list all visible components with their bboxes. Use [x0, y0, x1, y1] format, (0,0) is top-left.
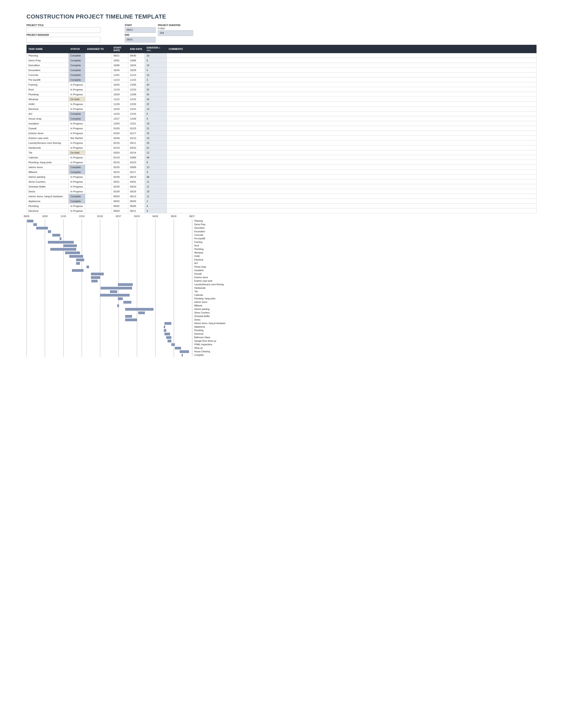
- cell-assigned[interactable]: [85, 111, 112, 116]
- cell-comments[interactable]: [167, 150, 537, 155]
- cell-comments[interactable]: [167, 199, 537, 204]
- cell-duration[interactable]: 6: [145, 111, 167, 116]
- cell-end[interactable]: 10/06: [128, 58, 145, 63]
- cell-start[interactable]: 01/03: [112, 126, 128, 131]
- cell-assigned[interactable]: [85, 174, 112, 179]
- cell-status[interactable]: Not Started: [69, 136, 85, 141]
- cell-end[interactable]: 03/11: [128, 141, 145, 145]
- cell-comments[interactable]: [167, 77, 537, 82]
- cell-start[interactable]: 01/18: [112, 155, 128, 160]
- cell-start[interactable]: 02/28: [112, 184, 128, 189]
- cell-start[interactable]: 12/03: [112, 121, 128, 126]
- cell-assigned[interactable]: [85, 199, 112, 204]
- cell-duration[interactable]: 42: [145, 82, 167, 87]
- cell-status[interactable]: Complete: [69, 170, 85, 174]
- cell-status[interactable]: Complete: [69, 116, 85, 121]
- cell-status[interactable]: In Progress: [69, 121, 85, 126]
- cell-duration[interactable]: 3: [145, 77, 167, 82]
- cell-assigned[interactable]: [85, 179, 112, 184]
- cell-status[interactable]: In Progress: [69, 155, 85, 160]
- cell-task-name[interactable]: Laundry/furnace room flooring: [27, 141, 69, 145]
- cell-end[interactable]: 12/15: [128, 97, 145, 102]
- cell-end[interactable]: 02/14: [128, 150, 145, 155]
- cell-duration[interactable]: 46: [145, 174, 167, 179]
- cell-assigned[interactable]: [85, 92, 112, 97]
- cell-start[interactable]: 10/25: [112, 82, 128, 87]
- cell-end[interactable]: 11/13: [128, 73, 145, 77]
- cell-comments[interactable]: [167, 63, 537, 68]
- cell-end[interactable]: 03/10: [128, 184, 145, 189]
- end-value[interactable]: 06/01: [125, 37, 156, 43]
- cell-status[interactable]: In Progress: [69, 184, 85, 189]
- cell-start[interactable]: 11/01: [112, 73, 128, 77]
- cell-assigned[interactable]: [85, 121, 112, 126]
- cell-assigned[interactable]: [85, 77, 112, 82]
- cell-start[interactable]: 12/10: [112, 107, 128, 111]
- cell-status[interactable]: Complete: [69, 199, 85, 204]
- cell-task-name[interactable]: Interior painting: [27, 174, 69, 179]
- cell-task-name[interactable]: Interior doors- hang & hardware: [27, 194, 69, 199]
- cell-start[interactable]: 02/16: [112, 141, 128, 145]
- cell-status[interactable]: In Progress: [69, 189, 85, 194]
- cell-comments[interactable]: [167, 131, 537, 136]
- cell-end[interactable]: 10/24: [128, 63, 145, 68]
- cell-comments[interactable]: [167, 170, 537, 174]
- cell-status[interactable]: In Progress: [69, 92, 85, 97]
- cell-comments[interactable]: [167, 53, 537, 58]
- cell-comments[interactable]: [167, 107, 537, 111]
- start-value[interactable]: 09/21: [125, 27, 156, 33]
- cell-duration[interactable]: 12: [145, 150, 167, 155]
- cell-status[interactable]: On Hold: [69, 150, 85, 155]
- cell-assigned[interactable]: [85, 116, 112, 121]
- project-title-input[interactable]: [26, 27, 100, 33]
- project-manager-input[interactable]: [26, 37, 100, 43]
- cell-status[interactable]: In Progress: [69, 131, 85, 136]
- cell-task-name[interactable]: Insulation: [27, 121, 69, 126]
- cell-comments[interactable]: [167, 121, 537, 126]
- cell-comments[interactable]: [167, 111, 537, 116]
- cell-end[interactable]: 04/14: [128, 174, 145, 179]
- cell-status[interactable]: Complete: [69, 63, 85, 68]
- cell-task-name[interactable]: Excavation: [27, 68, 69, 73]
- cell-assigned[interactable]: [85, 194, 112, 199]
- cell-end[interactable]: 01/23: [128, 126, 145, 131]
- cell-status[interactable]: In Progress: [69, 145, 85, 150]
- cell-comments[interactable]: [167, 73, 537, 77]
- cell-task-name[interactable]: Electrical: [27, 107, 69, 111]
- cell-end[interactable]: 09/30: [128, 53, 145, 58]
- cell-duration[interactable]: 4: [145, 204, 167, 208]
- cell-task-name[interactable]: Demolition: [27, 63, 69, 68]
- cell-comments[interactable]: [167, 97, 537, 102]
- cell-comments[interactable]: [167, 174, 537, 179]
- cell-duration[interactable]: 22: [145, 87, 167, 92]
- cell-status[interactable]: In Progress: [69, 107, 85, 111]
- cell-task-name[interactable]: Exterior case work: [27, 136, 69, 141]
- cell-assigned[interactable]: [85, 184, 112, 189]
- cell-duration[interactable]: 19: [145, 189, 167, 194]
- cell-duration[interactable]: 6: [145, 58, 167, 63]
- cell-assigned[interactable]: [85, 97, 112, 102]
- cell-end[interactable]: 01/17: [128, 131, 145, 136]
- cell-end[interactable]: 12/22: [128, 107, 145, 111]
- cell-assigned[interactable]: [85, 204, 112, 208]
- cell-comments[interactable]: [167, 116, 537, 121]
- cell-status[interactable]: Complete: [69, 165, 85, 170]
- cell-end[interactable]: 03/10: [128, 145, 145, 150]
- cell-task-name[interactable]: Cabinets: [27, 155, 69, 160]
- cell-end[interactable]: 11/15: [128, 77, 145, 82]
- cell-comments[interactable]: [167, 165, 537, 170]
- cell-task-name[interactable]: Schedule Buffer: [27, 184, 69, 189]
- cell-assigned[interactable]: [85, 68, 112, 73]
- cell-assigned[interactable]: [85, 107, 112, 111]
- cell-task-name[interactable]: Concrete: [27, 73, 69, 77]
- cell-end[interactable]: 12/15: [128, 111, 145, 116]
- cell-assigned[interactable]: [85, 165, 112, 170]
- cell-comments[interactable]: [167, 179, 537, 184]
- cell-duration[interactable]: 21: [145, 126, 167, 131]
- cell-end[interactable]: 12/05: [128, 82, 145, 87]
- cell-start[interactable]: 01/19: [112, 145, 128, 150]
- cell-comments[interactable]: [167, 68, 537, 73]
- cell-start[interactable]: 10/06: [112, 63, 128, 68]
- cell-duration[interactable]: 15: [145, 131, 167, 136]
- cell-assigned[interactable]: [85, 73, 112, 77]
